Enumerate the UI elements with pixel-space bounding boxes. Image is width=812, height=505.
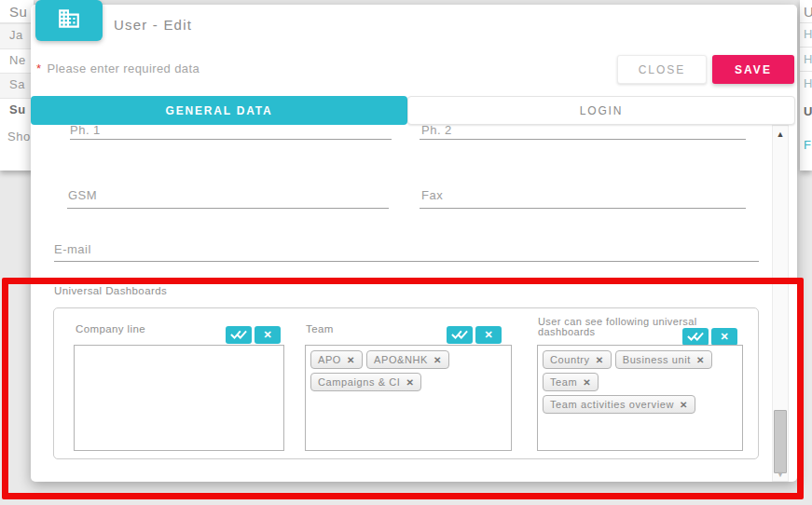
visible-dashboards-clear-button[interactable]: ✕ xyxy=(711,328,737,346)
x-icon: ✕ xyxy=(263,329,271,341)
user-edit-modal: User - Edit *Please enter required data … xyxy=(31,5,797,482)
table-row-label: U xyxy=(804,104,812,118)
x-icon: ✕ xyxy=(484,329,492,341)
scroll-down-icon[interactable]: ▼ xyxy=(772,469,789,480)
scrollbar-thumb[interactable] xyxy=(774,410,787,473)
chip-label: Country xyxy=(550,354,590,365)
required-note: *Please enter required data xyxy=(36,61,200,75)
bg-left-header: Su xyxy=(9,4,27,20)
scroll-up-icon[interactable]: ▲ xyxy=(772,129,789,140)
tab-general-data[interactable]: GENERAL DATA xyxy=(31,96,407,125)
visible-dashboards-select-all-button[interactable] xyxy=(682,328,709,346)
background-table-left: Su Ja Ne Sa Su Sho xyxy=(0,0,34,171)
universal-dashboards-label: Universal Dashboards xyxy=(54,285,167,296)
background-table-right: U H H H U Fl xyxy=(800,0,812,171)
company-line-clear-button[interactable]: ✕ xyxy=(255,326,281,344)
double-check-icon xyxy=(687,331,704,343)
email-input[interactable] xyxy=(54,241,759,262)
dashboard-chip: APO✕ xyxy=(310,350,363,369)
chip-label: Campaigns & CI xyxy=(318,376,401,388)
company-line-label: Company line xyxy=(76,323,145,334)
chip-label: Team xyxy=(550,376,577,388)
team-clear-button[interactable]: ✕ xyxy=(475,326,502,344)
modal-header-icon xyxy=(35,0,103,41)
required-note-text: Please enter required data xyxy=(47,61,200,75)
chip-remove-icon[interactable]: ✕ xyxy=(583,377,591,388)
bg-right-header: U xyxy=(804,4,812,20)
dashboard-chip: Business unit✕ xyxy=(615,350,712,369)
close-button[interactable]: CLOSE xyxy=(617,55,707,84)
table-row-label: H xyxy=(804,76,812,90)
chip-label: Business unit xyxy=(623,354,691,365)
company-line-select-all-button[interactable] xyxy=(226,326,252,344)
x-icon: ✕ xyxy=(720,331,728,343)
table-row-label: Su xyxy=(9,102,26,116)
row-divider xyxy=(800,71,812,72)
chip-remove-icon[interactable]: ✕ xyxy=(406,377,415,388)
chip-label: Team activities overview xyxy=(550,399,674,410)
required-asterisk: * xyxy=(36,61,41,75)
gsm-input[interactable] xyxy=(67,188,389,209)
dashboard-chip: Team✕ xyxy=(543,373,599,391)
row-divider xyxy=(800,22,812,23)
row-divider xyxy=(800,47,812,48)
table-row-label: Sa xyxy=(9,77,25,91)
page-background: Su Ja Ne Sa Su Sho U H H H U Fl User - E… xyxy=(0,0,812,505)
table-row-label: H xyxy=(804,27,812,41)
double-check-icon xyxy=(230,329,247,341)
dashboard-chip: Campaigns & CI✕ xyxy=(310,373,421,391)
chip-remove-icon[interactable]: ✕ xyxy=(680,400,688,410)
chip-remove-icon[interactable]: ✕ xyxy=(347,355,355,365)
table-row-label: Sho xyxy=(7,130,31,143)
table-row-label: H xyxy=(804,52,812,66)
team-select-all-button[interactable] xyxy=(447,326,473,344)
company-line-listbox[interactable] xyxy=(74,345,284,451)
universal-dashboards-panel: Company line ✕ Team ✕ APO✕APO&NHK✕Campai… xyxy=(53,307,759,459)
tab-login[interactable]: LOGIN xyxy=(407,96,795,125)
modal-title: User - Edit xyxy=(114,17,192,33)
visible-dashboards-listbox[interactable]: Country✕Business unit✕Team✕Team activiti… xyxy=(537,345,743,451)
table-row-label: Fl xyxy=(804,138,812,152)
dashboard-chip: APO&NHK✕ xyxy=(366,350,449,369)
chip-remove-icon[interactable]: ✕ xyxy=(696,355,705,365)
table-row-label: Ne xyxy=(9,53,26,67)
save-button[interactable]: SAVE xyxy=(712,55,794,84)
chip-label: APO&NHK xyxy=(374,354,428,365)
dashboard-chip: Country✕ xyxy=(543,350,612,369)
team-listbox[interactable]: APO✕APO&NHK✕Campaigns & CI✕ xyxy=(305,345,512,451)
chip-remove-icon[interactable]: ✕ xyxy=(596,355,604,365)
table-row-label: Ja xyxy=(9,28,23,42)
chip-label: APO xyxy=(318,354,341,365)
team-label: Team xyxy=(306,323,334,334)
building-icon xyxy=(57,7,81,34)
dashboard-chip: Team activities overview✕ xyxy=(543,395,695,414)
fax-input[interactable] xyxy=(420,188,746,209)
visible-dashboards-label: User can see following universal dashboa… xyxy=(538,317,701,336)
chip-remove-icon[interactable]: ✕ xyxy=(434,355,442,365)
double-check-icon xyxy=(451,329,468,341)
